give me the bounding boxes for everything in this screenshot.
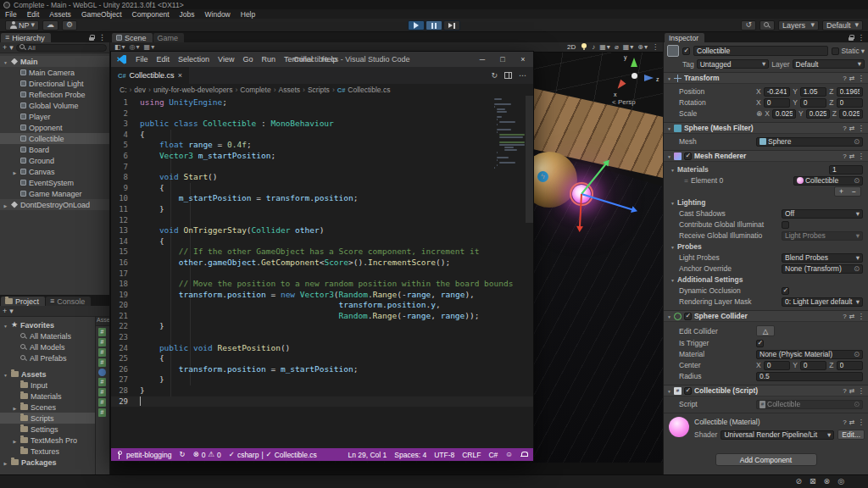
checkbox[interactable] — [756, 340, 764, 347]
component-header[interactable]: Transform — [664, 73, 868, 84]
layers-dropdown[interactable]: Layers — [778, 20, 819, 30]
menu-item-file[interactable]: File — [0, 10, 22, 19]
breadcrumb-item-collectible-cs[interactable]: Collectible.cs — [348, 86, 390, 94]
object-picker-icon[interactable] — [854, 351, 860, 358]
gizmo-center[interactable] — [632, 73, 637, 79]
breadcrumb-item-scripts[interactable]: Scripts — [308, 86, 330, 94]
menu-item-window[interactable]: Window — [200, 10, 236, 19]
dropdown-field[interactable]: 0: Light Layer default — [782, 297, 863, 307]
presets-icon[interactable] — [849, 125, 855, 132]
code-line-21[interactable]: 21 Random.Range(-range, range)); — [111, 311, 533, 322]
tree-item-game-manager[interactable]: Game Manager — [0, 188, 109, 199]
tree-item-scenes[interactable]: Scenes — [0, 402, 96, 413]
search-button[interactable] — [760, 20, 775, 30]
component-header[interactable]: Collectible (Script) — [664, 385, 868, 396]
vector-field-z[interactable]: 0 — [837, 98, 863, 108]
code-line-18[interactable]: 18 // Move the position to a new random … — [111, 279, 533, 290]
object-picker-icon[interactable] — [854, 265, 860, 273]
close-button[interactable] — [513, 52, 533, 67]
code-line-26[interactable]: 26 transform.position = m_startPosition; — [111, 364, 533, 375]
eol-item[interactable]: CRLF — [462, 451, 481, 459]
drag-handle-icon[interactable] — [684, 177, 688, 185]
lighting-toggle-icon[interactable] — [581, 43, 587, 51]
code-line-28[interactable]: 28} — [111, 385, 533, 396]
code-line-13[interactable]: 13 void OnTriggerStay(Collider other) — [111, 225, 533, 236]
component-menu-icon[interactable] — [858, 313, 865, 320]
vector-field-y[interactable]: 0 — [800, 361, 826, 370]
enabled-checkbox[interactable] — [684, 387, 692, 395]
tree-item-player[interactable]: Player — [0, 111, 109, 122]
layer-dropdown[interactable]: Default — [793, 59, 865, 69]
2d-toggle-button[interactable]: 2D — [565, 43, 577, 51]
component-menu-icon[interactable] — [858, 419, 865, 426]
tree-item-all-models[interactable]: All Models — [0, 341, 96, 352]
code-line-6[interactable]: 6 Vector3 m_startPosition; — [111, 151, 533, 162]
vscode-menu-item-file[interactable]: File — [131, 55, 153, 64]
remove-element-button[interactable]: − — [848, 187, 860, 196]
code-line-16[interactable]: 16 other.gameObject.GetComponent<Score>(… — [111, 258, 533, 269]
presets-icon[interactable] — [849, 152, 855, 160]
tree-item-canvas[interactable]: Canvas — [0, 166, 109, 177]
more-actions-icon[interactable] — [519, 72, 526, 80]
count-field[interactable]: 1 — [829, 165, 863, 175]
sync-item[interactable] — [179, 451, 185, 458]
csharp-script-icon[interactable] — [98, 378, 106, 386]
breadcrumb[interactable]: C:devunity-for-web-developersCompleteAss… — [111, 84, 533, 96]
static-dropdown-icon[interactable] — [861, 47, 865, 55]
vector-field-y[interactable]: 1.05 — [800, 87, 826, 97]
step-button[interactable] — [443, 20, 460, 30]
tree-item-main[interactable]: Main — [0, 56, 109, 67]
help-icon[interactable] — [843, 125, 846, 132]
assembly-icon[interactable] — [98, 369, 106, 376]
object-field[interactable]: None (Physic Material) — [756, 350, 863, 359]
help-icon[interactable] — [843, 419, 846, 426]
tree-item-assets[interactable]: Assets — [0, 369, 96, 380]
presets-icon[interactable] — [849, 419, 855, 426]
expand-arrow-icon[interactable] — [3, 58, 8, 66]
create-button[interactable] — [3, 44, 7, 52]
perspective-label[interactable]: < Persp — [612, 98, 636, 106]
csharp-script-icon[interactable] — [98, 388, 106, 396]
tree-item-all-materials[interactable]: All Materials — [0, 330, 96, 341]
expand-arrow-icon[interactable] — [12, 436, 18, 445]
text-field[interactable]: 0.5 — [756, 372, 863, 381]
foldout-arrow-icon[interactable] — [667, 75, 671, 82]
code-line-8[interactable]: 8 void Start() — [111, 172, 533, 183]
language-mode-item[interactable]: C# — [488, 451, 498, 459]
code-editor[interactable]: 1using UnityEngine;23public class Collec… — [111, 96, 533, 448]
maximize-button[interactable] — [492, 52, 513, 67]
help-icon[interactable] — [843, 313, 846, 320]
shader-edit-button[interactable]: Edit... — [837, 430, 865, 440]
lock-icon[interactable] — [849, 35, 854, 42]
expand-arrow-icon[interactable] — [3, 321, 8, 330]
object-field[interactable]: Collectible — [793, 176, 863, 186]
tree-item-global-volume[interactable]: Global Volume — [0, 100, 109, 111]
encoding-item[interactable]: UTF-8 — [434, 451, 454, 459]
tag-dropdown[interactable]: Untagged — [697, 59, 770, 69]
tab-project[interactable]: Project — [1, 297, 45, 306]
tab-scene[interactable]: Scene — [112, 33, 153, 42]
csharp-script-icon[interactable] — [98, 338, 106, 347]
tree-item-directional-light[interactable]: Directional Light — [0, 78, 109, 89]
breadcrumb-item-assets[interactable]: Assets — [279, 86, 301, 94]
tree-item-favorites[interactable]: Favorites — [0, 319, 96, 330]
tree-item-reflection-probe[interactable]: Reflection Probe — [0, 89, 109, 100]
tree-item-materials[interactable]: Materials — [0, 391, 96, 402]
panel-menu-icon[interactable] — [858, 34, 865, 42]
vector-field-z[interactable]: 0.025 — [839, 109, 863, 119]
menu-item-help[interactable]: Help — [236, 10, 260, 19]
effects-dropdown[interactable] — [599, 44, 610, 51]
presets-icon[interactable] — [849, 75, 855, 82]
cursor-position-item[interactable]: Ln 29, Col 1 — [348, 451, 387, 459]
menu-item-assets[interactable]: Assets — [44, 10, 76, 19]
tab-collectible-cs[interactable]: C# Collectible.cs — [111, 67, 190, 84]
vector-field-y[interactable]: 0.025 — [806, 109, 830, 119]
vscode-titlebar[interactable]: FileEditSelectionViewGoRunTerminalHelp C… — [111, 52, 533, 67]
object-field[interactable]: None (Transform) — [782, 264, 863, 274]
static-checkbox[interactable] — [832, 47, 839, 55]
object-picker-icon[interactable] — [854, 138, 860, 146]
tree-item-settings[interactable]: Settings — [0, 424, 96, 435]
breadcrumb-item-complete[interactable]: Complete — [240, 86, 270, 94]
lock-icon[interactable] — [89, 35, 95, 42]
tree-item-input[interactable]: Input — [0, 380, 96, 391]
